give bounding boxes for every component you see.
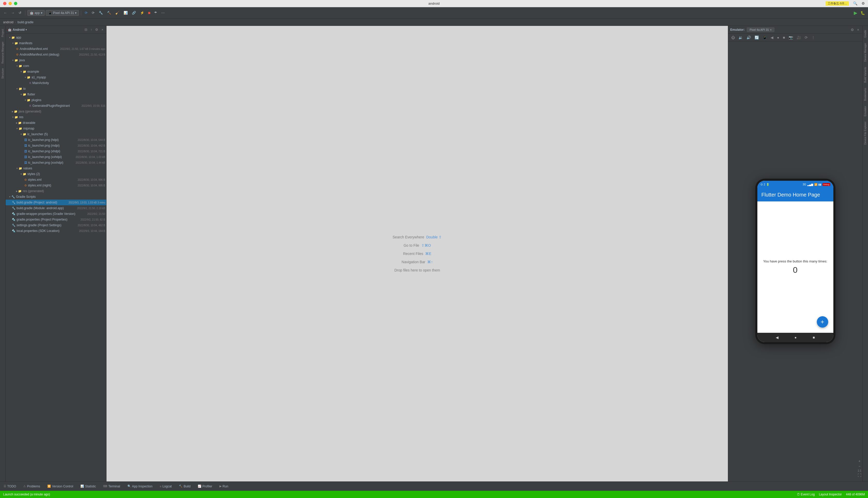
- tree-item-flutter[interactable]: ▼ 📁 flutter: [6, 92, 106, 97]
- minimize-button[interactable]: [9, 2, 12, 5]
- tree-item-icmdpi[interactable]: 🖼 ic_launcher.png (mdpi) 2022/8/30, 10:0…: [6, 143, 106, 148]
- right-tab-emulator[interactable]: Emulator: [863, 104, 867, 118]
- tree-item-java[interactable]: ▼ 📁 java: [6, 57, 106, 63]
- screenshot-button[interactable]: 📷: [788, 35, 794, 40]
- tree-item-icxhdpi[interactable]: 🖼 ic_launcher.png (xhdpi) 2022/8/30, 10:…: [6, 148, 106, 154]
- power-button[interactable]: ⏻: [730, 35, 736, 40]
- record-button[interactable]: 🎥: [796, 35, 802, 40]
- right-tab-build-variants[interactable]: Build Variants: [863, 65, 867, 85]
- settings-icon[interactable]: ⚙: [862, 1, 865, 6]
- tree-item-icxxhdpi[interactable]: 🖼 ic_launcher.png (xxhdpi) 2022/8/30, 10…: [6, 154, 106, 160]
- app-module-dropdown[interactable]: 🤖 app ▾: [27, 10, 45, 16]
- bottom-tab-build[interactable]: 🔨 Build: [177, 484, 192, 489]
- sync-button[interactable]: ⟳: [83, 10, 89, 16]
- back-button[interactable]: ←: [2, 10, 9, 16]
- bottom-tab-problems[interactable]: ⚠ Problems: [22, 484, 42, 489]
- zoom-in-button[interactable]: +: [858, 459, 860, 463]
- rotate-button[interactable]: 🔄: [753, 35, 760, 40]
- tree-item-icxxxhdpi[interactable]: 🖼 ic_launcher.png (xxxhdpi) 2022/8/30, 1…: [6, 160, 106, 166]
- tree-item-example[interactable]: ▼ 📁 example: [6, 69, 106, 75]
- emulator-close-button[interactable]: ×: [856, 27, 860, 32]
- tree-item-gradlescripts[interactable]: ▼ 🔧 Gradle Scripts: [6, 194, 106, 200]
- bottom-tab-terminal[interactable]: ⌨ Terminal: [102, 484, 121, 489]
- home-button[interactable]: ●: [776, 35, 780, 40]
- phone-fab-button[interactable]: +: [817, 316, 828, 328]
- panel-settings-button[interactable]: ⚙: [94, 27, 99, 32]
- tree-item-gradlewrapper[interactable]: 🔩 gradle-wrapper.properties (Gradle Vers…: [6, 211, 106, 217]
- coverage-button[interactable]: ☂: [152, 10, 159, 16]
- device-dropdown[interactable]: 📱 Pixel 4a API 31 ▾: [46, 10, 79, 16]
- tree-item-generatedpluginregistrant[interactable]: K GeneratedPluginRegistrant 2022/9/3, 15…: [6, 103, 106, 109]
- tree-item-androidmanifest1[interactable]: ⚙ AndroidManifest.xml 2022/9/2, 21:50, 1…: [6, 46, 106, 52]
- tree-item-manifests[interactable]: ▼ 📁 manifests: [6, 40, 106, 46]
- right-tab-device-manager[interactable]: Device Manager: [863, 41, 867, 64]
- phone-nav-recents[interactable]: ■: [813, 335, 815, 340]
- tree-item-androidmanifest2[interactable]: ⚙ AndroidManifest.xml (debug) 2022/9/2, …: [6, 52, 106, 57]
- layout-inspector-button[interactable]: Layout Inspector: [819, 493, 842, 496]
- right-tab-device-file-explorer[interactable]: Device File Explorer: [863, 119, 867, 147]
- profile-button[interactable]: 📊: [122, 10, 129, 16]
- tree-item-resgenerated[interactable]: ▶ 📁 res (generated): [6, 188, 106, 194]
- debug-button[interactable]: 🐛: [859, 10, 866, 15]
- tree-item-a1myapp[interactable]: ▼ 📁 a1_myapp: [6, 75, 106, 80]
- fold-button[interactable]: 📱: [761, 35, 768, 40]
- tree-item-io[interactable]: ▼ 📁 io: [6, 86, 106, 92]
- tree-item-res[interactable]: ▼ 📁 res: [6, 114, 106, 120]
- bottom-tab-app-inspection[interactable]: 🔍 App Inspection: [126, 484, 154, 489]
- attach-button[interactable]: 🔗: [130, 10, 137, 16]
- bottom-tab-profiler[interactable]: 📈 Profiler: [196, 484, 214, 489]
- tree-item-values[interactable]: ▼ 📁 values: [6, 166, 106, 171]
- volume-down-button[interactable]: 🔉: [737, 35, 744, 40]
- emulator-device-tab[interactable]: Pixel 4a API 31 ×: [747, 27, 774, 32]
- tree-item-stylesxmlnight[interactable]: ⚙ styles.xml (night) 2022/8/30, 10:04, 9…: [6, 183, 106, 188]
- bottom-tab-todo[interactable]: ☰ TODO: [2, 484, 17, 489]
- tree-item-ichdpi[interactable]: 🖼 ic_launcher.png (hdpi) 2022/8/30, 10:0…: [6, 137, 106, 143]
- bottom-tab-run[interactable]: ▶ Run: [218, 484, 230, 489]
- panel-close-button[interactable]: ×: [101, 27, 104, 32]
- sidebar-tab-project[interactable]: Project: [1, 27, 5, 39]
- more-button[interactable]: ⋯: [160, 10, 166, 16]
- gradle-sync-button[interactable]: 🔧: [97, 10, 104, 16]
- back-navigation-button[interactable]: ◀: [770, 35, 774, 40]
- stop-emulator-button[interactable]: ■: [782, 35, 786, 40]
- sdk-button[interactable]: ⚡: [138, 10, 146, 16]
- tree-item-buildgradleapp[interactable]: 🔧 build.gradle (Module: android.app) 202…: [6, 205, 106, 211]
- right-tab-bookmarks[interactable]: Bookmarks: [863, 86, 867, 103]
- sync-emulator-button[interactable]: ⟳: [804, 35, 809, 40]
- sync2-button[interactable]: ⟳: [90, 10, 96, 16]
- bottom-tab-version-control[interactable]: 🔀 Version Control: [46, 484, 75, 489]
- forward-button[interactable]: →: [10, 10, 16, 16]
- collapse-all-button[interactable]: ⊟: [84, 27, 88, 32]
- tree-item-plugins[interactable]: ▼ 📁 plugins: [6, 97, 106, 103]
- tree-item-styles2[interactable]: ▼ 📁 styles (2): [6, 171, 106, 177]
- refresh-button[interactable]: ↺: [17, 10, 23, 16]
- tree-item-mipmap[interactable]: ▼ 📁 mipmap: [6, 126, 106, 131]
- scroll-to-top-button[interactable]: ↑: [90, 27, 93, 32]
- breadcrumb-file[interactable]: build.gradle: [17, 21, 34, 24]
- tree-item-gradleprops[interactable]: 🔩 gradle.properties (Project Properties)…: [6, 217, 106, 222]
- maximize-button[interactable]: [14, 2, 17, 5]
- sidebar-tab-structure[interactable]: Structure: [1, 66, 5, 81]
- search-icon[interactable]: 🔍: [853, 1, 857, 6]
- tree-item-buildgradleproject[interactable]: 🔧 build.gradle (Project: android) 2022/9…: [6, 200, 106, 205]
- volume-up-button[interactable]: 🔊: [746, 35, 752, 40]
- event-log-button[interactable]: 🗒 Event Log: [797, 493, 815, 496]
- sidebar-tab-resource-manager[interactable]: Resource Manager: [1, 40, 5, 66]
- tree-item-settingsgradle[interactable]: 🔧 settings.gradle (Project Settings) 202…: [6, 222, 106, 228]
- tree-item-localprops[interactable]: 🔩 local.properties (SDK Location) 2022/9…: [6, 228, 106, 234]
- breadcrumb-project[interactable]: android: [3, 21, 13, 24]
- make-button[interactable]: 🔨: [105, 10, 113, 16]
- emulator-settings-button[interactable]: ⚙: [850, 27, 855, 32]
- tree-item-stylesxml[interactable]: ⚙ styles.xml 2022/8/30, 10:04, 996 B: [6, 177, 106, 183]
- tree-item-mainactivity[interactable]: K MainActivity: [6, 80, 106, 86]
- tree-item-app[interactable]: ▼ 📁 app: [6, 35, 106, 40]
- close-device-icon[interactable]: ×: [770, 28, 772, 31]
- right-tab-gradle[interactable]: Gradle: [863, 28, 867, 40]
- notification-badge[interactable]: 工作备忘-9月...: [826, 1, 849, 6]
- tree-item-javagenerated[interactable]: ▶ 📁 java (generated): [6, 109, 106, 114]
- bottom-tab-logcat[interactable]: ≡ Logcat: [158, 484, 173, 489]
- fullscreen-button[interactable]: ⛶: [858, 473, 861, 477]
- close-button[interactable]: [3, 2, 6, 5]
- tree-item-iclauncher5[interactable]: ▼ 📁 ic_launcher (5): [6, 131, 106, 137]
- run-button[interactable]: ▶: [853, 10, 858, 16]
